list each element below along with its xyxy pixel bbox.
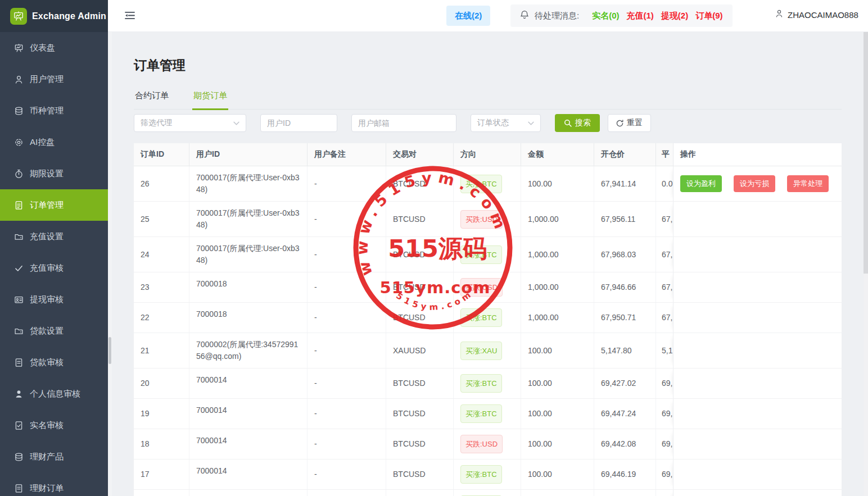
sidebar-item-8[interactable]: 提现审核 [0, 284, 108, 315]
action-cell [673, 333, 842, 368]
sidebar-item-3[interactable]: AI控盘 [0, 126, 108, 158]
tab-futures-orders[interactable]: 期货订单 [192, 89, 228, 110]
column-header-7: 平 [656, 143, 673, 166]
reset-button[interactable]: 重置 [608, 114, 651, 132]
table-header: 订单ID用户ID用户备注交易对方向金额开仓价平操作 [134, 143, 842, 166]
action-cell [673, 202, 842, 236]
page-scrollbar[interactable] [864, 32, 868, 496]
set-loss-button[interactable]: 设为亏损 [734, 175, 775, 192]
direction-badge: 买涨:XAU [460, 342, 502, 360]
direction-badge: 买涨:BTC [460, 175, 502, 193]
topbar: 在线(2) 待处理消息: 实名(0)充值(1)提现(2)订单(9) ZHAOCA… [108, 0, 868, 32]
search-icon [564, 119, 572, 127]
action-cell [673, 490, 842, 496]
user-id-cell: 7000014 [189, 459, 308, 489]
pair-cell: BTCUSD [386, 303, 454, 333]
menu-fold-icon[interactable] [125, 11, 135, 20]
brand-logo-icon [10, 8, 27, 25]
scrollbar-thumb[interactable] [864, 32, 868, 274]
sidebar-item-10[interactable]: 贷款审核 [0, 347, 108, 378]
refresh-icon [616, 120, 623, 127]
close-price-cell: 67, [656, 303, 673, 333]
pending-label: 待处理消息: [535, 11, 579, 21]
pair-cell: BTCUSD [386, 459, 454, 489]
order-id-cell: 18 [134, 429, 189, 459]
close-price-cell: 69, [656, 459, 673, 489]
pending-link-1[interactable]: 充值(1) [627, 11, 654, 20]
sidebar-item-label: 理财订单 [30, 483, 64, 494]
pair-cell: BTCUSD [386, 368, 454, 398]
main-content: 订单管理 合约订单期货订单 筛选代理 订单状态 搜索 重置 订单ID用户ID用户… [112, 32, 864, 496]
pending-link-3[interactable]: 订单(9) [695, 11, 722, 20]
column-header-1: 用户ID [189, 143, 308, 166]
file-check-icon [14, 421, 24, 430]
user-id-cell: 7000014 [189, 429, 308, 459]
sidebar-item-12[interactable]: 实名审核 [0, 409, 108, 441]
sidebar-item-5[interactable]: 订单管理 [0, 189, 108, 221]
direction-badge: 买跌:USD [460, 435, 503, 453]
brand[interactable]: Exchange Admin [0, 0, 108, 32]
search-button[interactable]: 搜索 [555, 114, 600, 132]
user-note-cell: - [308, 429, 386, 459]
agent-select[interactable]: 筛选代理 [134, 114, 246, 132]
user-note-cell: - [308, 272, 386, 302]
tab-contract-orders[interactable]: 合约订单 [134, 89, 170, 109]
open-price-cell: 69,447.24 [594, 399, 656, 429]
scrollbar-thumb[interactable] [108, 337, 111, 364]
pending-link-2[interactable]: 提现(2) [661, 11, 688, 20]
close-price-cell: 67, [656, 202, 673, 236]
direction-cell: 买涨:BTC [454, 237, 521, 272]
coins-icon [14, 452, 24, 462]
pending-messages: 待处理消息: 实名(0)充值(1)提现(2)订单(9) [510, 4, 733, 27]
sidebar-item-label: 理财产品 [30, 452, 64, 462]
dashboard-icon [14, 43, 24, 53]
sidebar-item-11[interactable]: 个人信息审核 [0, 378, 108, 409]
sidebar-item-9[interactable]: 贷款设置 [0, 315, 108, 347]
direction-cell: 买涨:BTC [454, 166, 521, 201]
sidebar-scrollbar[interactable] [108, 32, 112, 496]
order-row: 187000014-BTCUSD买跌:USD100.0069,442.0869, [134, 429, 842, 459]
pending-link-0[interactable]: 实名(0) [592, 11, 619, 20]
sidebar-item-14[interactable]: 理财订单 [0, 472, 108, 496]
sidebar-item-2[interactable]: 币种管理 [0, 95, 108, 126]
direction-badge: 买涨:BTC [460, 404, 502, 423]
email-input[interactable] [351, 114, 456, 132]
set-profit-button[interactable]: 设为盈利 [680, 175, 722, 192]
close-price-cell: 0.0 [656, 166, 673, 201]
amount-cell: 100.00 [521, 166, 594, 201]
user-id-cell: 7000017(所属代理:User-0xb348) [189, 237, 308, 272]
table-body: 267000017(所属代理:User-0xb348)-BTCUSD买涨:BTC… [134, 166, 842, 496]
order-row: 227000018-BTCUSD买涨:BTC1,000.0067,950.716… [134, 303, 842, 333]
open-price-cell: 5,147.80 [594, 333, 656, 368]
user-note-cell: - [308, 202, 386, 236]
check-icon [14, 263, 24, 273]
direction-cell: 买涨:BTC [454, 459, 521, 489]
open-price-cell: 69,442.08 [594, 429, 656, 459]
sidebar-item-7[interactable]: 充值审核 [0, 252, 108, 284]
sidebar-item-label: 个人信息审核 [30, 389, 80, 399]
status-select[interactable]: 订单状态 [471, 114, 541, 132]
order-id-cell: 26 [134, 166, 189, 201]
sidebar-item-1[interactable]: 用户管理 [0, 63, 108, 95]
pair-cell: BTCUSD [386, 202, 454, 236]
exception-button[interactable]: 异常处理 [787, 175, 829, 192]
direction-badge: 买涨:BTC [460, 245, 502, 264]
pair-cell: BTCUSD [386, 399, 454, 429]
direction-badge: 买跌:USD [460, 210, 503, 229]
column-header-4: 方向 [454, 143, 521, 166]
reset-button-label: 重置 [627, 118, 643, 128]
online-badge[interactable]: 在线(2) [446, 6, 490, 26]
sidebar-item-0[interactable]: 仪表盘 [0, 32, 108, 63]
sidebar-item-4[interactable]: 期限设置 [0, 158, 108, 189]
close-price-cell: 69, [656, 429, 673, 459]
order-row: 177000014-BTCUSD买涨:BTC100.0069,446.1969, [134, 459, 842, 490]
open-price-cell: 69,446.19 [594, 459, 656, 489]
user-menu[interactable]: ZHAOCAIMAO888 [775, 9, 858, 20]
sidebar-item-6[interactable]: 充值设置 [0, 221, 108, 252]
sidebar-item-13[interactable]: 理财产品 [0, 441, 108, 472]
order-id-cell: 21 [134, 333, 189, 368]
folder-icon [14, 232, 24, 242]
order-id-cell: 20 [134, 368, 189, 398]
order-row: 197000014-BTCUSD买涨:BTC100.0069,447.2469, [134, 399, 842, 429]
user-id-input[interactable] [260, 114, 337, 132]
